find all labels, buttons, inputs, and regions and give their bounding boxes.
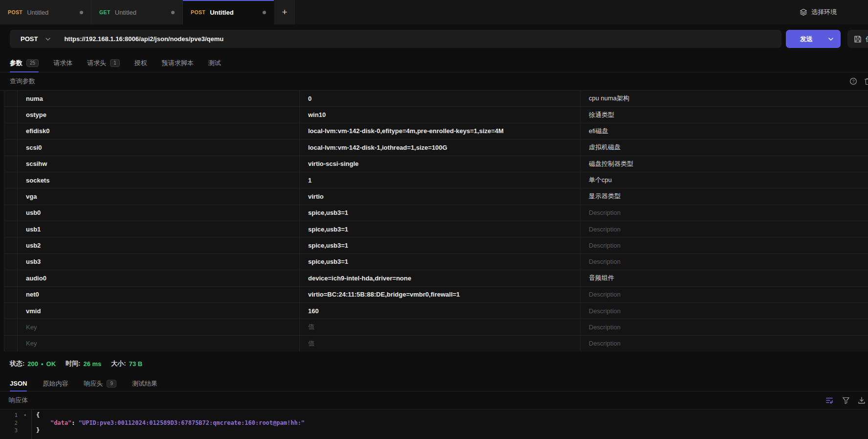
help-icon[interactable]: ? bbox=[849, 77, 857, 85]
param-key-cell[interactable]: vmid bbox=[18, 303, 300, 319]
param-description-cell[interactable]: Description bbox=[580, 221, 868, 237]
response-sub-tab[interactable]: 响应头9 bbox=[84, 376, 116, 391]
param-description-cell[interactable]: 音频组件 bbox=[580, 270, 868, 286]
param-description-placeholder: Description bbox=[589, 226, 621, 233]
environment-selector[interactable]: 选择环境 bbox=[800, 0, 868, 24]
param-description-cell[interactable]: 虚拟机磁盘 bbox=[580, 139, 868, 155]
param-row: ostypewin10徐通类型 bbox=[4, 107, 868, 123]
request-sub-tab[interactable]: 参数25 bbox=[10, 54, 39, 72]
param-value-cell[interactable]: 值 bbox=[300, 319, 580, 335]
param-value-cell[interactable]: 1 bbox=[300, 172, 580, 188]
param-key: usb2 bbox=[26, 242, 41, 249]
param-value-placeholder: 值 bbox=[308, 339, 314, 348]
response-sub-tab-label: 测试结果 bbox=[132, 379, 157, 388]
param-value-cell[interactable]: spice,usb3=1 bbox=[300, 205, 580, 221]
fold-caret-icon[interactable]: ▾ bbox=[24, 412, 26, 419]
chevron-down-icon[interactable] bbox=[45, 38, 50, 41]
param-key-cell[interactable]: usb0 bbox=[18, 205, 300, 221]
param-description-cell[interactable]: Description bbox=[580, 237, 868, 253]
param-description-cell[interactable]: Description bbox=[580, 336, 868, 351]
code-content[interactable]: { "data": "UPID:pve3:00112024:012589D3:6… bbox=[32, 410, 868, 439]
url-input[interactable]: https://192.168.1.16:8006/api2/json/node… bbox=[64, 35, 223, 43]
save-button[interactable]: 保存 bbox=[847, 30, 868, 48]
param-value-cell[interactable]: spice,usb3=1 bbox=[300, 254, 580, 270]
line-number: 3 bbox=[14, 427, 18, 435]
param-key-cell[interactable]: usb2 bbox=[18, 237, 300, 253]
request-sub-tab[interactable]: 预请求脚本 bbox=[162, 54, 194, 72]
request-tab[interactable]: GETUntitled bbox=[91, 0, 183, 24]
param-description-cell[interactable]: cpu numa架构 bbox=[580, 91, 868, 106]
param-key-cell[interactable]: Key bbox=[18, 336, 300, 351]
param-value-cell[interactable]: virtio bbox=[300, 188, 580, 204]
send-button[interactable]: 发送 bbox=[786, 30, 841, 48]
param-key: sockets bbox=[26, 177, 49, 184]
param-key-cell[interactable]: net0 bbox=[18, 287, 300, 302]
request-sub-tab[interactable]: 请求头1 bbox=[87, 54, 120, 72]
param-description-cell[interactable]: 磁盘控制器类型 bbox=[580, 156, 868, 172]
svg-text:?: ? bbox=[852, 79, 855, 84]
param-key-cell[interactable]: audio0 bbox=[18, 270, 300, 286]
param-value: local-lvm:vm-142-disk-0,efitype=4m,pre-e… bbox=[308, 127, 504, 135]
request-sub-tab[interactable]: 测试 bbox=[208, 54, 221, 72]
param-row-handle bbox=[4, 123, 18, 139]
download-icon[interactable] bbox=[858, 396, 866, 404]
request-sub-tab[interactable]: 授权 bbox=[134, 54, 147, 72]
param-key: usb1 bbox=[26, 226, 41, 233]
param-value-cell[interactable]: win10 bbox=[300, 107, 580, 122]
response-sub-tab[interactable]: 测试结果 bbox=[132, 376, 157, 391]
param-key: usb3 bbox=[26, 258, 41, 265]
param-value-cell[interactable]: 值 bbox=[300, 336, 580, 351]
trash-icon[interactable] bbox=[864, 77, 868, 85]
filter-icon[interactable] bbox=[842, 396, 850, 404]
param-key-cell[interactable]: usb1 bbox=[18, 221, 300, 237]
param-key-cell[interactable]: usb3 bbox=[18, 254, 300, 270]
param-value: virtio=BC:24:11:5B:88:DE,bridge=vmbr0,fi… bbox=[308, 291, 460, 298]
param-value-cell[interactable]: 160 bbox=[300, 303, 580, 319]
param-value-cell[interactable]: local-lvm:vm-142-disk-0,efitype=4m,pre-e… bbox=[300, 123, 580, 139]
param-description-cell[interactable]: Description bbox=[580, 303, 868, 319]
param-description-cell[interactable]: efi磁盘 bbox=[580, 123, 868, 139]
format-icon[interactable] bbox=[825, 396, 833, 404]
param-key-cell[interactable]: Key bbox=[18, 319, 300, 335]
code-line: "data": "UPID:pve3:00112024:012589D3:678… bbox=[36, 419, 868, 427]
request-sub-tab[interactable]: 请求体 bbox=[53, 54, 72, 72]
param-key-cell[interactable]: sockets bbox=[18, 172, 300, 188]
param-key-cell[interactable]: scsi0 bbox=[18, 139, 300, 155]
param-row: usb0spice,usb3=1Description bbox=[4, 205, 868, 221]
param-row-handle bbox=[4, 91, 18, 106]
param-value-cell[interactable]: local-lvm:vm-142-disk-1,iothread=1,size=… bbox=[300, 139, 580, 155]
param-value-cell[interactable]: device=ich9-intel-hda,driver=none bbox=[300, 270, 580, 286]
request-tab[interactable]: POSTUntitled bbox=[183, 0, 274, 24]
param-key-cell[interactable]: numa bbox=[18, 91, 300, 106]
param-description-cell[interactable]: Description bbox=[580, 254, 868, 270]
param-key-cell[interactable]: ostype bbox=[18, 107, 300, 122]
unsaved-dot bbox=[263, 11, 266, 14]
param-key-cell[interactable]: vga bbox=[18, 188, 300, 204]
param-key-cell[interactable]: scsihw bbox=[18, 156, 300, 172]
method-select[interactable]: POST bbox=[21, 35, 38, 43]
param-row: vmid160Description bbox=[4, 303, 868, 319]
param-description-cell[interactable]: Description bbox=[580, 319, 868, 335]
param-value-cell[interactable]: spice,usb3=1 bbox=[300, 237, 580, 253]
chevron-down-icon[interactable] bbox=[828, 38, 833, 41]
param-value: spice,usb3=1 bbox=[308, 226, 348, 233]
response-status-bar: 状态: 200 • OK 时间: 26 ms 大小: 73 B bbox=[0, 351, 868, 376]
param-key-cell[interactable]: efidisk0 bbox=[18, 123, 300, 139]
param-description-cell[interactable]: Description bbox=[580, 205, 868, 221]
new-tab-button[interactable]: + bbox=[274, 0, 295, 24]
param-value-cell[interactable]: spice,usb3=1 bbox=[300, 221, 580, 237]
param-value-cell[interactable]: virtio=BC:24:11:5B:88:DE,bridge=vmbr0,fi… bbox=[300, 287, 580, 302]
param-value-cell[interactable]: virtio-scsi-single bbox=[300, 156, 580, 172]
param-value-cell[interactable]: 0 bbox=[300, 91, 580, 106]
response-body-title: 响应体 bbox=[9, 396, 28, 405]
request-tab[interactable]: POSTUntitled bbox=[0, 0, 91, 24]
request-sub-tab-label: 参数 bbox=[10, 59, 22, 68]
response-sub-tab[interactable]: 原始内容 bbox=[43, 376, 68, 391]
send-button-label: 发送 bbox=[800, 35, 813, 44]
param-description-cell[interactable]: 显示器类型 bbox=[580, 188, 868, 204]
param-description-cell[interactable]: 单个cpu bbox=[580, 172, 868, 188]
param-description-cell[interactable]: 徐通类型 bbox=[580, 107, 868, 122]
param-description: efi磁盘 bbox=[589, 127, 608, 136]
param-description-cell[interactable]: Description bbox=[580, 287, 868, 302]
response-sub-tab[interactable]: JSON bbox=[10, 376, 27, 391]
